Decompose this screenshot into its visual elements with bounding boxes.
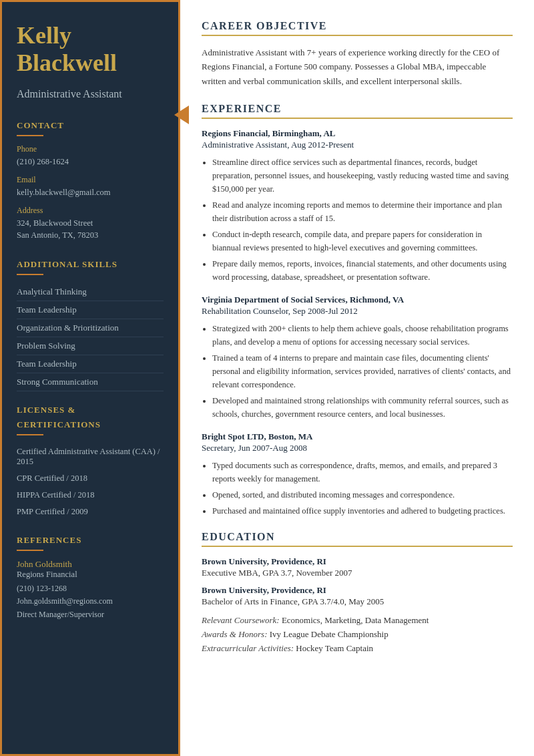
arrow-pointer: [174, 106, 189, 124]
exp-role: Rehabilitation Counselor, Sep 2008-Jul 2…: [202, 306, 513, 317]
edu-school: Brown University, Providence, RI: [202, 585, 513, 596]
edu-school: Brown University, Providence, RI: [202, 556, 513, 567]
exp-bullet-item: Conduct in-depth research, compile data,…: [212, 228, 513, 254]
career-objective-divider: [202, 35, 513, 36]
exp-bullet-item: Read and analyze incoming reports and me…: [212, 198, 513, 225]
education-divider: [202, 546, 513, 547]
skill-item: Analytical Thinking: [17, 283, 164, 301]
edu-entry: Brown University, Providence, RIExecutiv…: [202, 556, 513, 578]
email-label: Email: [17, 175, 164, 185]
ref1-email: John.goldsmith@regions.com: [17, 596, 113, 606]
edu-note: Relevant Coursework: Economics, Marketin…: [202, 614, 513, 628]
main-content: CAREER OBJECTIVE Administrative Assistan…: [180, 0, 534, 756]
exp-bullet-item: Prepare daily memos, reports, invoices, …: [212, 257, 513, 284]
skill-item: Organization & Prioritization: [17, 319, 164, 337]
phone-label: Phone: [17, 144, 164, 154]
ref1-phone: (210) 123-1268: [17, 584, 67, 593]
address-line1: 324, Blackwood Street: [17, 217, 164, 230]
cert-item: HIPPA Certified / 2018: [17, 487, 164, 504]
experience-list: Regions Financial, Birmingham, ALAdminis…: [202, 128, 513, 518]
skills-list: Analytical ThinkingTeam LeadershipOrgani…: [17, 283, 164, 391]
ref1-company: Regions Financial: [17, 570, 164, 580]
exp-bullet-item: Typed documents such as correspondence, …: [212, 459, 513, 486]
career-objective-heading: CAREER OBJECTIVE: [202, 20, 513, 32]
exp-bullet-item: Developed and maintained strong relation…: [212, 394, 513, 421]
skill-item: Problem Solving: [17, 337, 164, 355]
sidebar: Kelly Blackwell Administrative Assistant…: [0, 0, 180, 756]
skills-divider: [17, 274, 43, 275]
certifications-heading: CERTIFICATIONS: [17, 419, 164, 430]
cert-item: PMP Certified / 2009: [17, 504, 164, 520]
candidate-name: Kelly Blackwell: [17, 22, 164, 77]
career-objective-text: Administrative Assistant with 7+ years o…: [202, 45, 513, 88]
ref1-contact: (210) 123-1268 John.goldsmith@regions.co…: [17, 582, 164, 621]
exp-bullet-item: Trained a team of 4 interns to prepare a…: [212, 351, 513, 391]
skill-item: Strong Communication: [17, 373, 164, 391]
email-value: kelly.blackwell@gmail.com: [17, 186, 164, 199]
exp-company: Virginia Department of Social Services, …: [202, 295, 513, 305]
ref1-role: Direct Manager/Supervisor: [17, 610, 104, 619]
skill-item: Team Leadership: [17, 355, 164, 373]
candidate-title: Administrative Assistant: [17, 87, 164, 102]
exp-bullet-item: Streamline direct office services such a…: [212, 156, 513, 196]
edu-note: Extracurricular Activities: Hockey Team …: [202, 642, 513, 656]
edu-note: Awards & Honors: Ivy League Debate Champ…: [202, 628, 513, 642]
edu-degree: Bachelor of Arts in Finance, GPA 3.7/4.0…: [202, 596, 513, 607]
contact-divider: [17, 135, 43, 136]
exp-company: Bright Spot LTD, Boston, MA: [202, 431, 513, 442]
experience-divider: [202, 118, 513, 119]
edu-degree: Executive MBA, GPA 3.7, November 2007: [202, 568, 513, 578]
skill-item: Team Leadership: [17, 301, 164, 319]
exp-bullets: Strategized with 200+ clients to help th…: [212, 322, 513, 421]
cert-item: CPR Certified / 2018: [17, 470, 164, 487]
exp-role: Secretary, Jun 2007-Aug 2008: [202, 443, 513, 453]
licenses-heading: LICENSES &: [17, 405, 164, 415]
references-divider: [17, 550, 43, 551]
education-list: Brown University, Providence, RIExecutiv…: [202, 556, 513, 655]
address-line2: San Antonio, TX, 78203: [17, 229, 164, 242]
references-heading: REFERENCES: [17, 535, 164, 546]
exp-bullets: Typed documents such as correspondence, …: [212, 459, 513, 518]
experience-heading: EXPERIENCE: [202, 103, 513, 115]
address-label: Address: [17, 206, 164, 216]
ref1-name: John Goldsmith: [17, 559, 164, 570]
exp-bullet-item: Strategized with 200+ clients to help th…: [212, 322, 513, 349]
exp-role: Administrative Assistant, Aug 2012-Prese…: [202, 140, 513, 150]
resume-container: Kelly Blackwell Administrative Assistant…: [0, 0, 534, 756]
education-heading: EDUCATION: [202, 531, 513, 543]
exp-company: Regions Financial, Birmingham, AL: [202, 128, 513, 139]
contact-heading: CONTACT: [17, 120, 164, 131]
cert-item: Certified Administrative Assistant (CAA)…: [17, 443, 164, 470]
exp-bullets: Streamline direct office services such a…: [212, 156, 513, 284]
certifications-list: Certified Administrative Assistant (CAA)…: [17, 443, 164, 520]
exp-bullet-item: Opened, sorted, and distributed incoming…: [212, 488, 513, 502]
edu-entry: Brown University, Providence, RIBachelor…: [202, 585, 513, 607]
skills-heading: ADDITIONAL SKILLS: [17, 259, 164, 270]
exp-bullet-item: Purchased and maintained office supply i…: [212, 504, 513, 518]
licenses-divider: [17, 434, 43, 435]
phone-value: (210) 268-1624: [17, 156, 164, 168]
